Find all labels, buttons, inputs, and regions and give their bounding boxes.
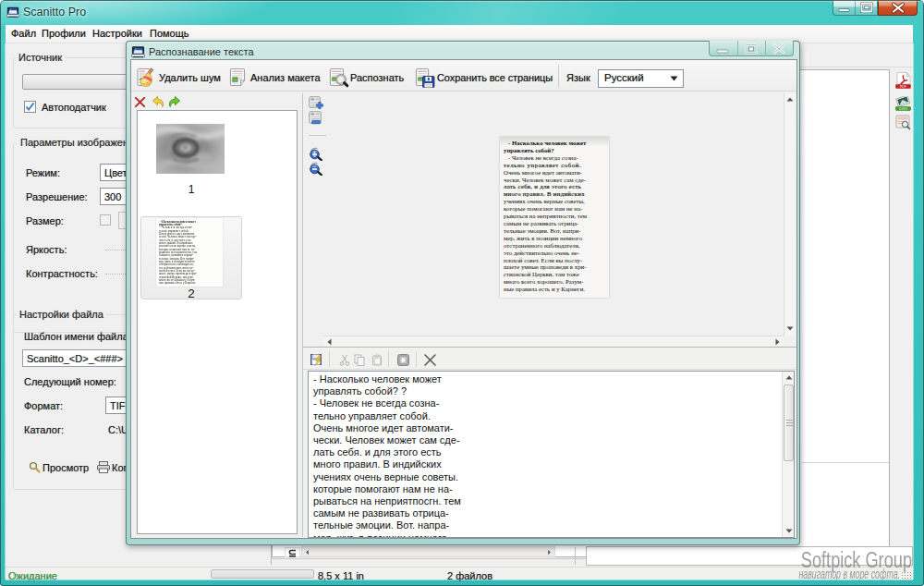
svg-text:PDF: PDF (900, 85, 906, 89)
svg-text:DJVU: DJVU (899, 107, 907, 111)
